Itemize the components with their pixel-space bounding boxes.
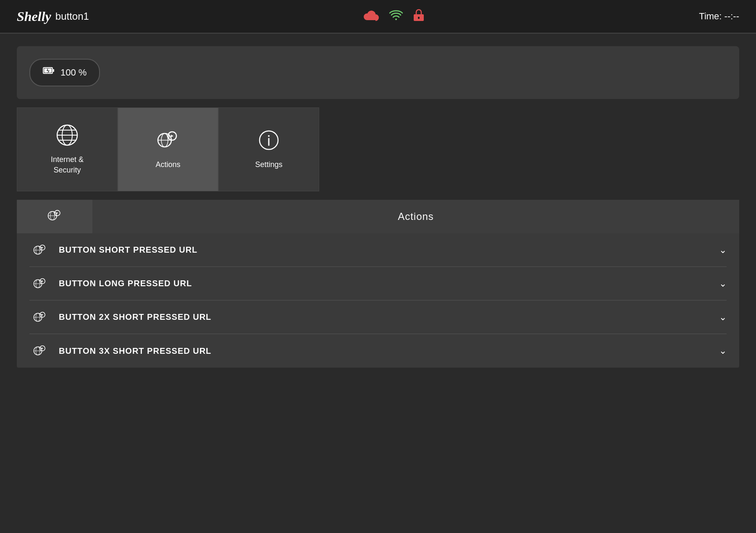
chevron-down-icon-2: ⌄ <box>719 278 727 289</box>
action-item-label-3: BUTTON 2X SHORT PRESSED URL <box>59 312 711 322</box>
logo-container: Shelly button1 <box>17 9 89 24</box>
globe-icon <box>55 123 79 149</box>
svg-rect-5 <box>52 69 54 72</box>
cloud-icon <box>364 9 379 24</box>
info-icon <box>257 128 281 154</box>
actions-header-icon <box>47 208 62 225</box>
action-item-label-4: BUTTON 3X SHORT PRESSED URL <box>59 346 711 356</box>
time-display: Time: --:-- <box>699 11 739 22</box>
nav-tile-settings[interactable]: Settings <box>218 107 319 191</box>
nav-tiles: Internet &Security Actions <box>17 107 739 191</box>
action-item-label-2: BUTTON LONG PRESSED URL <box>59 279 711 288</box>
nav-tile-label-settings: Settings <box>255 159 282 170</box>
svg-point-0 <box>395 18 397 20</box>
battery-panel: 100 % <box>17 46 739 99</box>
action-item-icon-1 <box>29 243 50 257</box>
logo-device-name: button1 <box>55 10 89 22</box>
status-icons <box>364 8 424 25</box>
app-header: Shelly button1 Time: <box>0 0 756 34</box>
nav-tile-label-actions: Actions <box>155 159 180 170</box>
main-content: 100 % Internet &Security <box>0 34 756 380</box>
nav-tile-label-internet-security: Internet &Security <box>51 154 84 175</box>
lock-icon <box>413 8 424 25</box>
nav-tile-actions[interactable]: Actions <box>118 107 218 191</box>
chevron-down-icon-4: ⌄ <box>719 345 727 356</box>
action-item-icon-2 <box>29 277 50 291</box>
action-item-2x-short-pressed[interactable]: BUTTON 2X SHORT PRESSED URL ⌄ <box>29 300 727 334</box>
actions-nav-icon <box>156 128 180 154</box>
actions-section-header: Actions <box>17 200 739 233</box>
action-item-icon-3 <box>29 310 50 324</box>
svg-point-17 <box>268 135 270 137</box>
nav-tile-internet-security[interactable]: Internet &Security <box>17 107 118 191</box>
logo-brand: Shelly <box>17 9 51 24</box>
wifi-icon <box>389 9 403 24</box>
actions-section: Actions BUTTON SHORT PRESSED URL ⌄ <box>17 200 739 368</box>
action-item-short-pressed[interactable]: BUTTON SHORT PRESSED URL ⌄ <box>29 233 727 267</box>
action-item-label-1: BUTTON SHORT PRESSED URL <box>59 245 711 255</box>
chevron-down-icon-1: ⌄ <box>719 245 727 256</box>
actions-title: Actions <box>92 211 739 222</box>
battery-indicator: 100 % <box>29 59 100 86</box>
action-item-long-pressed[interactable]: BUTTON LONG PRESSED URL ⌄ <box>29 267 727 300</box>
actions-header-icon-container <box>17 200 92 233</box>
battery-value: 100 % <box>60 67 87 78</box>
action-list: BUTTON SHORT PRESSED URL ⌄ BUTTON LONG P… <box>17 233 739 368</box>
action-item-3x-short-pressed[interactable]: BUTTON 3X SHORT PRESSED URL ⌄ <box>29 334 727 368</box>
svg-rect-2 <box>418 17 420 19</box>
action-item-icon-4 <box>29 344 50 358</box>
battery-icon <box>43 65 55 80</box>
chevron-down-icon-3: ⌄ <box>719 312 727 323</box>
